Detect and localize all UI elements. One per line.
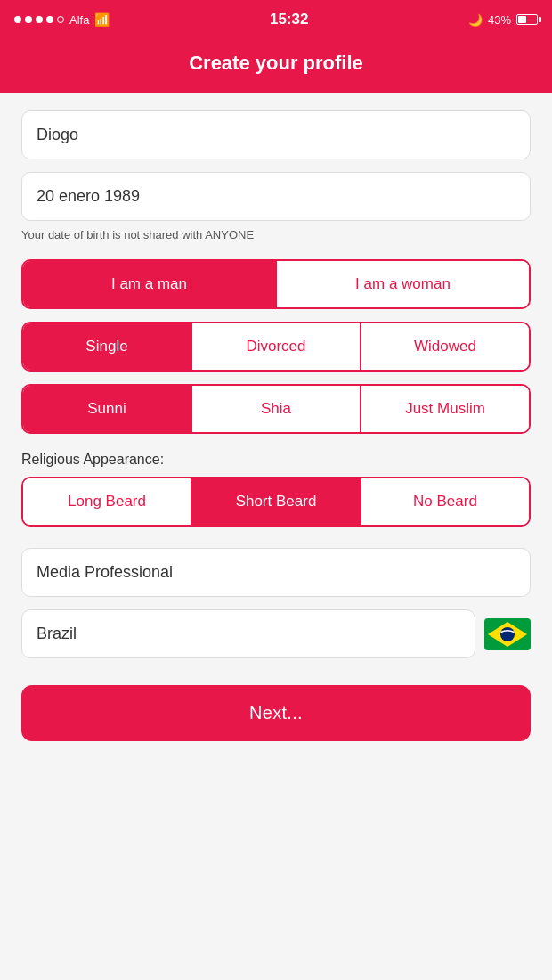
- status-group: Single Divorced Widowed: [21, 322, 531, 372]
- dot-5: [57, 16, 64, 23]
- sect-justmuslim-button[interactable]: Just Muslim: [361, 386, 529, 432]
- sect-group: Sunni Shia Just Muslim: [21, 384, 531, 434]
- moon-icon: 🌙: [468, 13, 483, 27]
- dob-input[interactable]: [21, 172, 531, 221]
- svg-point-2: [500, 627, 515, 641]
- country-input[interactable]: [21, 609, 475, 658]
- status-left: Alfa 📶: [14, 12, 110, 27]
- form-content: Your date of birth is not shared with AN…: [0, 93, 552, 980]
- gender-woman-button[interactable]: I am a woman: [277, 261, 529, 307]
- brazil-flag: [484, 618, 531, 650]
- status-right: 🌙 43%: [468, 13, 538, 27]
- status-divorced-button[interactable]: Divorced: [192, 323, 361, 370]
- status-bar: Alfa 📶 15:32 🌙 43%: [0, 0, 552, 39]
- sect-shia-button[interactable]: Shia: [192, 386, 361, 432]
- job-input[interactable]: [21, 548, 531, 597]
- battery-icon: [516, 14, 538, 25]
- status-time: 15:32: [270, 11, 308, 29]
- beard-group: Long Beard Short Beard No Beard: [21, 477, 531, 527]
- next-button[interactable]: Next...: [21, 685, 531, 741]
- dot-2: [25, 16, 32, 23]
- dot-1: [14, 16, 21, 23]
- wifi-icon: 📶: [94, 12, 110, 27]
- page-title: Create your profile: [189, 52, 363, 74]
- carrier-label: Alfa: [69, 13, 89, 27]
- gender-group: I am a man I am a woman: [21, 259, 531, 309]
- sect-sunni-button[interactable]: Sunni: [23, 386, 192, 432]
- beard-none-button[interactable]: No Beard: [361, 478, 529, 525]
- status-widowed-button[interactable]: Widowed: [361, 323, 529, 370]
- beard-long-button[interactable]: Long Beard: [23, 478, 192, 525]
- status-single-button[interactable]: Single: [23, 323, 192, 370]
- dot-3: [36, 16, 43, 23]
- battery-fill: [518, 16, 526, 23]
- battery-percent: 43%: [488, 13, 511, 27]
- country-row: [21, 609, 531, 658]
- gender-man-button[interactable]: I am a man: [23, 261, 277, 307]
- beard-short-button[interactable]: Short Beard: [192, 478, 361, 525]
- privacy-note: Your date of birth is not shared with AN…: [21, 228, 531, 241]
- name-input[interactable]: [21, 110, 531, 159]
- page-header: Create your profile: [0, 39, 552, 93]
- signal-dots: [14, 16, 64, 23]
- dot-4: [46, 16, 53, 23]
- religious-appearance-label: Religious Appearance:: [21, 452, 531, 468]
